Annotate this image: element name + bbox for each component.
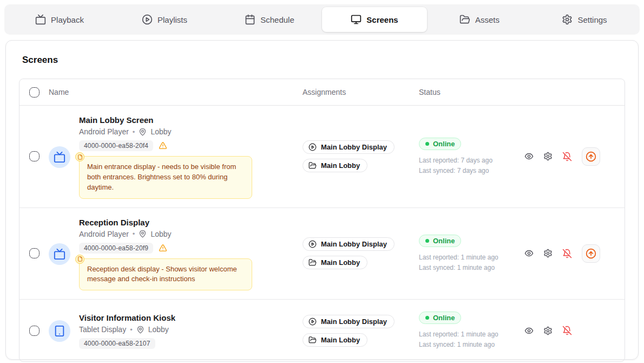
- table-row: Reception Display Android Player • Lobby…: [19, 208, 625, 300]
- warning-triangle-icon: [159, 141, 167, 150]
- separator-dot: •: [133, 128, 135, 136]
- assignment-playlist-pill[interactable]: Main Lobby Display: [303, 315, 395, 328]
- folder-open-icon: [308, 336, 317, 344]
- notifications-off-icon[interactable]: [562, 152, 572, 161]
- status-label: Online: [433, 237, 455, 245]
- tablet-icon: [54, 325, 65, 337]
- row-checkbox[interactable]: [29, 151, 40, 161]
- device-id-badge: 4000-0000-ea58-2107: [79, 338, 155, 349]
- column-header-status: Status: [419, 88, 524, 96]
- device-id-badge: 4000-0000-ea58-20f9: [79, 243, 153, 254]
- status-meta: Last reported: 7 days ago Last synced: 7…: [419, 156, 524, 176]
- notifications-off-icon[interactable]: [562, 249, 572, 258]
- top-nav: Playback Playlists Schedule Screens Asse…: [4, 4, 640, 35]
- screen-note: Main entrance display - needs to be visi…: [79, 156, 252, 199]
- last-synced-value: 1 minute ago: [457, 264, 495, 271]
- player-type: Tablet Display: [79, 325, 126, 334]
- last-synced-value: 1 minute ago: [457, 341, 495, 348]
- player-type: Android Player: [79, 127, 129, 136]
- screen-name: Visitor Information Kiosk: [79, 313, 175, 322]
- row-checkbox[interactable]: [29, 326, 40, 336]
- select-all-checkbox[interactable]: [29, 87, 40, 98]
- row-checkbox[interactable]: [29, 248, 40, 258]
- tab-playback[interactable]: Playback: [7, 7, 112, 32]
- tv-icon: [35, 14, 46, 25]
- assignment-label: Main Lobby Display: [321, 317, 387, 326]
- table-row: Visitor Information Kiosk Tablet Display…: [19, 299, 625, 361]
- tab-settings[interactable]: Settings: [532, 7, 637, 32]
- status-label: Online: [433, 140, 455, 148]
- tv-icon: [54, 151, 65, 163]
- assignment-channel-pill[interactable]: Main Lobby: [303, 256, 367, 269]
- screens-table: Name Assignments Status Main Lobby Scree…: [19, 79, 625, 362]
- screen-name: Main Lobby Screen: [79, 115, 252, 125]
- tab-schedule[interactable]: Schedule: [217, 7, 322, 32]
- last-reported-value: 1 minute ago: [461, 330, 498, 338]
- update-button[interactable]: [582, 147, 600, 166]
- tab-screens[interactable]: Screens: [322, 7, 427, 32]
- last-synced-label: Last synced:: [419, 167, 455, 174]
- column-header-assignments: Assignments: [303, 88, 419, 96]
- folder-open-icon: [308, 258, 317, 267]
- tab-label: Settings: [577, 15, 607, 24]
- screen-avatar: [49, 146, 70, 168]
- assignment-label: Main Lobby Display: [321, 240, 387, 248]
- play-circle-icon: [142, 14, 153, 25]
- assignment-label: Main Lobby: [321, 258, 360, 267]
- monitor-icon: [351, 14, 362, 25]
- preview-eye-icon[interactable]: [524, 152, 534, 161]
- column-header-name: Name: [49, 88, 303, 96]
- tv-icon: [54, 248, 65, 260]
- assignment-label: Main Lobby: [321, 161, 360, 170]
- calendar-icon: [245, 14, 255, 25]
- note-icon: [75, 255, 84, 264]
- assignment-playlist-pill[interactable]: Main Lobby Display: [303, 140, 395, 154]
- arrow-up-circle-icon: [586, 151, 596, 162]
- update-button[interactable]: [582, 244, 600, 263]
- note-text: Reception desk display - Shows visitor w…: [87, 265, 237, 283]
- settings-gear-icon[interactable]: [543, 249, 553, 258]
- screen-name: Reception Display: [79, 218, 252, 227]
- preview-eye-icon[interactable]: [524, 326, 534, 335]
- preview-eye-icon[interactable]: [524, 249, 534, 258]
- tab-playlists[interactable]: Playlists: [112, 7, 217, 32]
- last-reported-value: 7 days ago: [461, 157, 492, 164]
- note-text: Main entrance display - needs to be visi…: [87, 163, 236, 191]
- assignment-playlist-pill[interactable]: Main Lobby Display: [303, 237, 395, 251]
- screen-location: Lobby: [148, 325, 169, 334]
- map-pin-icon: [139, 230, 147, 238]
- tab-label: Playback: [51, 15, 84, 24]
- settings-gear-icon[interactable]: [543, 152, 553, 161]
- folder-open-icon: [459, 14, 470, 25]
- screen-location: Lobby: [150, 127, 171, 136]
- status-meta: Last reported: 1 minute ago Last synced:…: [419, 330, 524, 349]
- online-dot: [425, 316, 429, 320]
- tab-label: Assets: [475, 15, 500, 24]
- assignment-channel-pill[interactable]: Main Lobby: [303, 159, 367, 172]
- screen-avatar: [49, 320, 70, 342]
- folder-open-icon: [308, 161, 317, 170]
- tab-assets[interactable]: Assets: [427, 7, 532, 32]
- tab-label: Schedule: [260, 15, 294, 24]
- note-icon: [75, 152, 84, 161]
- play-circle-icon: [308, 317, 317, 326]
- device-id-badge: 4000-0000-ea58-20f4: [79, 140, 153, 151]
- last-reported-label: Last reported:: [419, 330, 459, 338]
- online-dot: [425, 239, 429, 243]
- screen-note: Reception desk display - Shows visitor w…: [79, 258, 252, 291]
- last-reported-label: Last reported:: [419, 254, 459, 261]
- assignment-channel-pill[interactable]: Main Lobby: [303, 333, 367, 347]
- tab-label: Playlists: [157, 15, 187, 24]
- settings-gear-icon[interactable]: [543, 326, 553, 335]
- assignment-label: Main Lobby: [321, 336, 360, 344]
- gear-icon: [562, 14, 573, 25]
- tab-label: Screens: [366, 15, 398, 24]
- player-type: Android Player: [79, 230, 129, 238]
- notifications-off-icon[interactable]: [562, 326, 572, 335]
- status-badge: Online: [419, 235, 461, 247]
- last-synced-label: Last synced:: [419, 341, 455, 348]
- arrow-up-circle-icon: [586, 248, 596, 259]
- last-reported-label: Last reported:: [419, 157, 459, 164]
- warning-triangle-icon: [159, 244, 167, 252]
- play-circle-icon: [308, 240, 317, 248]
